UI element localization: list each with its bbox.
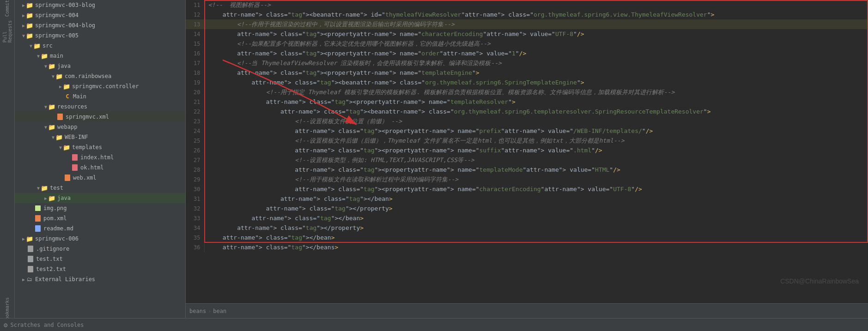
line-number: 22 [186, 107, 204, 116]
sidebar-item-web-inf[interactable]: ▼ 📁 WEB-INF [15, 132, 185, 142]
sidebar-label: springmvc-004 [35, 12, 79, 18]
sidebar-item-src[interactable]: ▼ 📁 src [15, 41, 185, 51]
sidebar-item-resources[interactable]: ▼ 📁 resources [15, 102, 185, 112]
sidebar-label: readme.md [43, 225, 73, 232]
breadcrumb-bar: beans › bean [186, 303, 868, 318]
folder-icon: 📁 [26, 22, 33, 29]
sidebar-item-test-txt[interactable]: test.txt [15, 254, 185, 264]
line-number: 28 [186, 165, 204, 175]
sidebar-item-main[interactable]: ▼ 📁 main [15, 51, 185, 61]
sidebar-item-java[interactable]: ▼ 📁 java [15, 61, 185, 71]
bookmarks-tool[interactable]: Bookmarks [1, 303, 14, 316]
sidebar-item-ext-lib[interactable]: ▶ 🗂 External Libraries [15, 274, 185, 284]
sidebar-item-webapp[interactable]: ▼ 📁 webapp [15, 122, 185, 132]
sidebar-label: img.png [43, 205, 67, 211]
line-number: 20 [186, 87, 204, 97]
folder-icon: 📁 [26, 1, 33, 9]
breadcrumb-bean: bean [213, 308, 226, 314]
code-content: <!--设置模板类型，例如: HTML,TEXT,JAVASCRIPT,CSS等… [204, 155, 868, 165]
chevron-down-icon: ▼ [22, 33, 25, 38]
breadcrumb-separator: › [208, 308, 211, 314]
code-content: <!--设置模板文件后缀（后缀），Thymeleaf 文件扩展名不一定是html… [204, 136, 868, 145]
folder-icon: 📁 [26, 32, 33, 39]
sidebar-item-gitignore[interactable]: .gitignore [15, 244, 185, 254]
sidebar-label: test2.txt [36, 266, 66, 272]
line-number: 35 [186, 233, 204, 242]
line-number: 11 [186, 0, 204, 10]
sidebar-item-main-class[interactable]: C Main [15, 91, 185, 102]
sidebar-item-springmvc-006[interactable]: ▶ 📁 springmvc-006 [15, 234, 185, 244]
line-number: 32 [186, 204, 204, 213]
folder-icon: 📁 [26, 235, 33, 242]
code-content: attr-name"> class="tag"><propertyattr-na… [204, 97, 868, 107]
sidebar-item-templates[interactable]: ▼ 📁 templates [15, 142, 185, 152]
lib-icon: 🗂 [26, 276, 33, 283]
line-number: 18 [186, 68, 204, 78]
code-content: <!--用于模板文件在读取和解析过程中采用的编码字符集--> [204, 175, 868, 184]
chevron-right-icon: ▶ [22, 3, 25, 8]
sidebar-item-springmvc-004-blog[interactable]: ▶ 📁 springmvc-004-blog [15, 20, 185, 30]
chevron-down-icon: ▼ [59, 145, 62, 150]
pull-requests-tool[interactable]: Pull Requests [1, 25, 14, 38]
code-editor[interactable]: 11<!-- 视图解析器-->12 attr-name"> class="tag… [186, 0, 868, 303]
folder-icon: 📁 [48, 194, 55, 202]
table-row: 28 attr-name"> class="tag"><propertyattr… [186, 165, 868, 175]
line-number: 27 [186, 155, 204, 165]
sidebar-item-springmvc-005[interactable]: ▼ 📁 springmvc-005 [15, 30, 185, 41]
folder-icon: 📁 [33, 42, 41, 49]
project-tree: ▶ 📁 springmvc-003-blog ▶ 📁 springmvc-004… [15, 0, 186, 318]
chevron-right-icon: ▶ [59, 84, 62, 89]
sidebar-item-test2-txt[interactable]: test2.txt [15, 264, 185, 274]
line-number: 21 [186, 97, 204, 107]
table-row: 13 <!--作用于视图渲染的过程中，可以设置视图渲染后输出时采用的编码字符集-… [186, 19, 868, 29]
line-number: 25 [186, 136, 204, 145]
code-content: attr-name"> class="tag"><beanattr-name">… [204, 10, 868, 19]
chevron-down-icon: ▼ [44, 125, 47, 130]
sidebar-item-springmvc-xml[interactable]: springmvc.xml [15, 112, 185, 122]
txt-file-icon [27, 265, 34, 273]
line-number: 17 [186, 58, 204, 68]
line-number: 15 [186, 39, 204, 48]
line-number: 19 [186, 78, 204, 87]
line-number: 34 [186, 223, 204, 233]
editor-area: 11<!-- 视图解析器-->12 attr-name"> class="tag… [186, 0, 868, 318]
sidebar-item-index-html[interactable]: index.html [15, 152, 185, 162]
table-row: 19 attr-name"> class="tag"><beanattr-nam… [186, 78, 868, 87]
sidebar-label: WEB-INF [65, 134, 88, 140]
sidebar-item-ok-html[interactable]: ok.html [15, 162, 185, 173]
sidebar-item-com-rainbowsea[interactable]: ▼ 📁 com.rainbowsea [15, 71, 185, 81]
folder-icon: 📁 [48, 123, 55, 131]
table-row: 18 attr-name"> class="tag"><propertyattr… [186, 68, 868, 78]
sidebar-label: springmvc-005 [35, 32, 79, 39]
sidebar-item-readme-md[interactable]: readme.md [15, 223, 185, 234]
sidebar-item-springmvc-004[interactable]: ▶ 📁 springmvc-004 [15, 10, 185, 20]
line-number: 23 [186, 116, 204, 126]
sidebar-item-pom-xml[interactable]: pom.xml [15, 213, 185, 223]
folder-icon: 📁 [48, 103, 55, 110]
code-content: <!--当 ThymeleafViewResolver 渲染模板时，会使用该模板… [204, 58, 868, 68]
sidebar-label: Main [73, 93, 86, 100]
sidebar-label: .gitignore [36, 246, 69, 252]
code-content: <!--作用于视图渲染的过程中，可以设置视图渲染后输出时采用的编码字符集--> [204, 19, 868, 29]
commit-tool[interactable]: Commit [1, 2, 14, 15]
table-row: 29 <!--用于模板文件在读取和解析过程中采用的编码字符集--> [186, 175, 868, 184]
sidebar-item-test-java[interactable]: ▶ 📁 java [15, 193, 185, 203]
code-table: 11<!-- 视图解析器-->12 attr-name"> class="tag… [186, 0, 868, 252]
sidebar-item-springmvc-003[interactable]: ▶ 📁 springmvc-003-blog [15, 0, 185, 10]
sidebar-item-img-png[interactable]: img.png [15, 203, 185, 213]
code-content: attr-name"> class="tag"><propertyattr-na… [204, 145, 868, 155]
sidebar-label: External Libraries [35, 276, 95, 283]
scratches-bar[interactable]: ⚙ Scratches and Consoles [0, 318, 868, 331]
table-row: 35 attr-name"> class="tag"></bean> [186, 233, 868, 242]
sidebar-label: springmvc.xml [66, 114, 109, 120]
sidebar-item-test[interactable]: ▼ 📁 test [15, 183, 185, 193]
table-row: 11<!-- 视图解析器--> [186, 0, 868, 10]
sidebar-item-controller[interactable]: ▶ 📁 springmvc.controller [15, 81, 185, 91]
xml-file-icon [34, 215, 42, 222]
sidebar-label: ok.html [80, 164, 104, 171]
code-content: <!-- 视图解析器--> [204, 0, 868, 10]
chevron-down-icon: ▼ [37, 186, 40, 191]
txt-file-icon [27, 245, 34, 253]
sidebar-label: src [42, 42, 53, 49]
sidebar-item-web-xml[interactable]: web.xml [15, 173, 185, 183]
